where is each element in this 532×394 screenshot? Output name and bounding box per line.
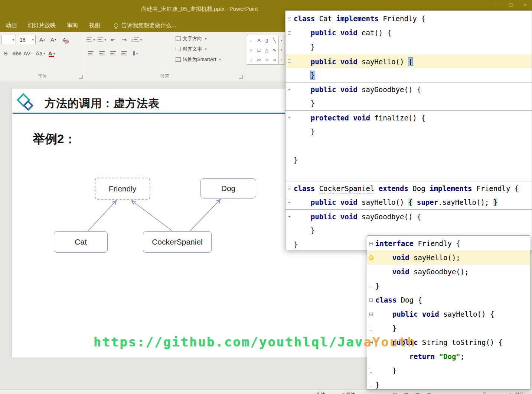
gallery-scroll-up-icon[interactable]: ▴ bbox=[279, 35, 284, 45]
ribbon-tab-review[interactable]: 审阅 bbox=[61, 19, 84, 32]
code-line[interactable] bbox=[285, 167, 532, 181]
fold-marker-icon[interactable] bbox=[369, 313, 373, 316]
diagram-node-cockerspaniel[interactable]: CockerSpaniel bbox=[143, 231, 212, 253]
columns-button[interactable]: ‖▾ bbox=[131, 49, 140, 58]
code-line[interactable]: class Cat implements Friendly { bbox=[285, 12, 532, 26]
code-line[interactable]: } bbox=[285, 40, 532, 54]
grow-font-button[interactable]: A▴ bbox=[37, 35, 47, 44]
code-line[interactable]: } bbox=[367, 378, 530, 390]
fold-marker-icon[interactable] bbox=[288, 215, 291, 218]
arrow-down-shape[interactable]: ↓ bbox=[247, 55, 255, 64]
diagram-node-cat[interactable]: Cat bbox=[54, 231, 108, 253]
fold-marker-icon[interactable] bbox=[288, 59, 291, 63]
notes-toggle[interactable]: ▲ 备注 bbox=[311, 390, 325, 394]
scribble-shape[interactable]: ≈ bbox=[271, 55, 278, 64]
align-left-button[interactable] bbox=[86, 49, 95, 58]
maximize-button[interactable]: □ bbox=[509, 1, 512, 8]
text-effects-button[interactable]: abc bbox=[12, 49, 22, 58]
align-text-button[interactable]: 对齐文本▾ bbox=[174, 44, 222, 54]
code-line[interactable]: } bbox=[367, 364, 530, 378]
zoom-out-button[interactable]: − bbox=[463, 392, 466, 394]
code-line[interactable]: public void sayGoodbye() { bbox=[285, 209, 532, 223]
reading-view-icon[interactable]: ▥ bbox=[415, 392, 420, 394]
line-shape[interactable]: ╲ bbox=[271, 35, 278, 45]
zoom-in-button[interactable]: + bbox=[509, 392, 512, 394]
fold-marker-icon[interactable] bbox=[288, 116, 291, 119]
shape-gallery-scrollbar[interactable]: ▴ ▾ ▿ bbox=[279, 35, 284, 65]
character-spacing-button[interactable]: AV↔ bbox=[23, 49, 34, 58]
fold-marker-icon[interactable] bbox=[369, 298, 373, 302]
fold-marker-icon[interactable] bbox=[369, 242, 373, 245]
tell-me-box[interactable]: 告诉我您想要做什么... bbox=[114, 22, 176, 29]
code-line[interactable]: void sayGoodbye(); bbox=[367, 265, 530, 279]
normal-view-icon[interactable]: ▤ bbox=[393, 392, 397, 394]
justify-button[interactable] bbox=[120, 49, 129, 58]
ribbon-tab-view[interactable]: 视图 bbox=[84, 19, 106, 32]
code-line[interactable]: public void sayHello() { bbox=[285, 54, 532, 68]
align-right-button[interactable] bbox=[108, 49, 118, 58]
slideshow-view-icon[interactable]: ▣ bbox=[427, 392, 431, 394]
code-line[interactable]: } bbox=[285, 125, 532, 139]
line-spacing-button[interactable]: ↕▾ bbox=[131, 35, 142, 44]
zoom-slider-knob[interactable] bbox=[483, 393, 486, 394]
font-dialog-launcher[interactable] bbox=[79, 75, 83, 79]
code-line[interactable]: } bbox=[367, 321, 530, 335]
fold-marker-icon[interactable] bbox=[370, 326, 372, 330]
code-line[interactable]: } bbox=[285, 96, 532, 110]
zoom-level[interactable]: 41% bbox=[515, 392, 523, 394]
slide-sorter-view-icon[interactable]: ▦ bbox=[404, 392, 408, 394]
font-name-combo[interactable]: ▾ bbox=[1, 35, 16, 44]
code-line[interactable]: } bbox=[285, 68, 532, 82]
comments-toggle[interactable]: □ 批注 bbox=[342, 390, 355, 394]
bullets-button[interactable]: ▾ bbox=[86, 35, 95, 44]
increase-indent-button[interactable]: ⇥ bbox=[120, 35, 129, 44]
shrink-font-button[interactable]: A▾ bbox=[49, 35, 58, 44]
font-color-button[interactable]: A▾ bbox=[47, 49, 56, 58]
paragraph-dialog-launcher[interactable] bbox=[239, 75, 243, 79]
code-line[interactable]: } bbox=[285, 153, 532, 167]
code-line[interactable]: public void sayHello() { super.sayHello(… bbox=[285, 195, 532, 209]
fold-marker-icon[interactable] bbox=[370, 284, 372, 288]
gallery-scroll-down-icon[interactable]: ▾ bbox=[279, 45, 284, 55]
fold-marker-icon[interactable] bbox=[288, 201, 291, 204]
font-size-combo[interactable]: 18▾ bbox=[18, 35, 36, 44]
code-line[interactable]: class Dog { bbox=[367, 293, 530, 307]
minimize-button[interactable]: ─ bbox=[494, 1, 498, 8]
fold-marker-icon[interactable] bbox=[288, 31, 291, 35]
code-line[interactable]: void sayHello(); bbox=[367, 251, 530, 265]
code-line[interactable]: public void eat() { bbox=[285, 26, 532, 40]
diagram-node-dog[interactable]: Dog bbox=[200, 178, 256, 198]
fold-marker-icon[interactable] bbox=[288, 187, 291, 190]
fold-marker-icon[interactable] bbox=[370, 382, 372, 387]
code-line[interactable]: class CockerSpaniel extends Dog implemen… bbox=[285, 181, 532, 195]
triangle-shape[interactable]: △ bbox=[263, 45, 271, 55]
fold-marker-icon[interactable] bbox=[288, 88, 291, 91]
align-center-button[interactable] bbox=[97, 49, 107, 58]
callout-shape[interactable]: ▱ bbox=[255, 55, 263, 64]
ribbon-tab-slideshow[interactable]: 幻灯片放映 bbox=[22, 19, 61, 32]
diagram-node-friendly[interactable]: Friendly bbox=[95, 178, 150, 200]
code-line[interactable]: public void sayHello() { bbox=[367, 307, 530, 321]
oval-shape[interactable]: ○ bbox=[247, 45, 255, 55]
code-line[interactable]: return "Dog"; bbox=[367, 349, 530, 364]
text-direction-button[interactable]: 文字方向▾ bbox=[174, 34, 222, 43]
fold-marker-icon[interactable] bbox=[370, 368, 372, 373]
clear-formatting-button[interactable]: A bbox=[60, 35, 69, 44]
star-shape[interactable]: ☆ bbox=[263, 55, 271, 64]
close-button[interactable]: × bbox=[523, 1, 527, 8]
numbering-button[interactable]: ▾ bbox=[97, 35, 107, 44]
ribbon-tab-animations[interactable]: 动画 bbox=[0, 19, 22, 32]
code-line[interactable] bbox=[285, 139, 532, 153]
vertical-text-shape[interactable]: ▯ bbox=[263, 35, 271, 45]
gallery-more-icon[interactable]: ▿ bbox=[279, 55, 284, 64]
arrow-left-shape[interactable]: ← bbox=[247, 35, 255, 45]
rectangle-shape[interactable]: □ bbox=[255, 45, 263, 55]
convert-smartart-button[interactable]: 转换为SmartArt▾ bbox=[174, 55, 222, 64]
code-line[interactable]: protected void finalize() { bbox=[285, 110, 532, 125]
change-case-button[interactable]: Aa▾ bbox=[36, 49, 45, 58]
curve-shape[interactable]: ∿ bbox=[271, 45, 278, 55]
code-line[interactable]: } bbox=[367, 279, 530, 293]
text-box-shape[interactable]: A bbox=[255, 35, 263, 45]
strikethrough-button[interactable]: S bbox=[1, 49, 10, 58]
code-line[interactable]: interface Friendly { bbox=[367, 236, 530, 251]
